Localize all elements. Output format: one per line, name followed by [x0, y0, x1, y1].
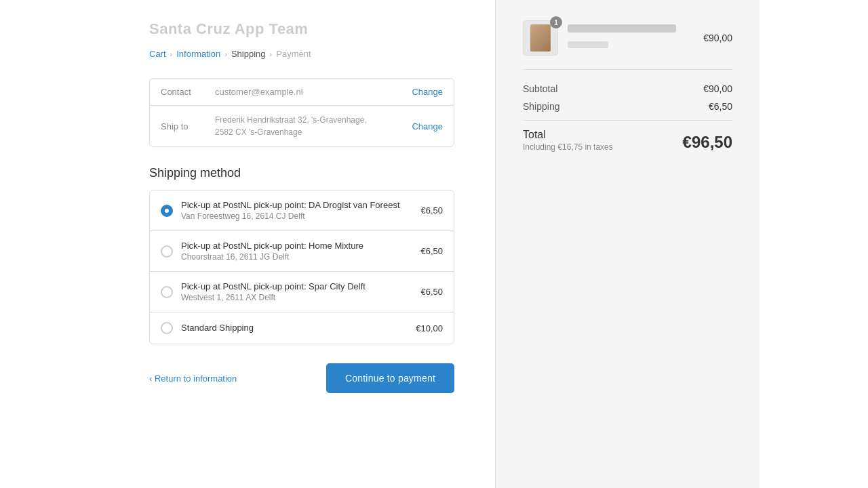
continue-to-payment-button[interactable]: Continue to payment — [326, 363, 454, 393]
shipto-label: Ship to — [161, 121, 215, 131]
shipto-value: Frederik Hendrikstraat 32, 's-Gravenhage… — [215, 114, 405, 138]
right-panel: 1 €90,00 Subtotal €90,00 Shipping €6,50 … — [495, 0, 760, 488]
shipping-option-2[interactable]: Pick-up at PostNL pick-up point: Home Mi… — [150, 231, 454, 272]
shipping-label: Shipping — [523, 101, 560, 112]
shipping-option-3[interactable]: Pick-up at PostNL pick-up point: Spar Ci… — [150, 272, 454, 312]
radio-4 — [161, 322, 173, 334]
product-row: 1 €90,00 — [523, 20, 732, 70]
product-price: €90,00 — [703, 33, 732, 43]
breadcrumb-sep-2: › — [224, 50, 227, 58]
shipto-row: Ship to Frederik Hendrikstraat 32, 's-Gr… — [150, 106, 454, 146]
radio-3 — [161, 286, 173, 298]
total-label-group: Total Including €16,75 in taxes — [523, 129, 613, 152]
return-to-information-link[interactable]: ‹ Return to information — [149, 373, 237, 384]
shipping-method-title: Shipping method — [149, 166, 454, 180]
shipping-row: Shipping €6,50 — [523, 101, 732, 112]
subtotal-row: Subtotal €90,00 — [523, 83, 732, 94]
option-1-name: Pick-up at PostNL pick-up point: DA Drog… — [181, 200, 412, 210]
shipping-options-list: Pick-up at PostNL pick-up point: DA Drog… — [149, 190, 454, 344]
breadcrumb-sep-1: › — [170, 50, 173, 58]
breadcrumb-information[interactable]: Information — [176, 49, 220, 59]
total-label: Total — [523, 129, 613, 141]
breadcrumb-cart[interactable]: Cart — [149, 49, 166, 59]
contact-label: Contact — [161, 87, 215, 97]
contact-value: customer@example.nl — [215, 87, 405, 97]
option-3-name: Pick-up at PostNL pick-up point: Spar Ci… — [181, 281, 412, 291]
shipping-value: €6,50 — [709, 101, 732, 112]
product-badge: 1 — [550, 16, 562, 28]
breadcrumb-sep-3: › — [270, 50, 273, 58]
total-value: €96,50 — [683, 133, 732, 152]
option-1-price: €6,50 — [420, 205, 443, 216]
store-title: Santa Cruz App Team — [149, 20, 454, 38]
shipto-change[interactable]: Change — [412, 121, 443, 131]
radio-1 — [161, 205, 173, 217]
option-1-details: Pick-up at PostNL pick-up point: DA Drog… — [181, 200, 412, 221]
subtotal-value: €90,00 — [703, 83, 732, 94]
option-2-name: Pick-up at PostNL pick-up point: Home Mi… — [181, 241, 412, 251]
option-2-address: Choorstraat 16, 2611 JG Delft — [181, 252, 412, 262]
breadcrumb-shipping: Shipping — [231, 49, 266, 59]
contact-ship-box: Contact customer@example.nl Change Ship … — [149, 78, 454, 147]
option-3-address: Westvest 1, 2611 AX Delft — [181, 293, 412, 302]
breadcrumb: Cart › Information › Shipping › Payment — [149, 49, 454, 59]
option-3-price: €6,50 — [420, 287, 443, 297]
option-4-name: Standard Shipping — [181, 323, 408, 333]
product-name — [568, 24, 703, 51]
radio-1-inner — [165, 209, 169, 213]
total-tax-note: Including €16,75 in taxes — [523, 142, 613, 152]
product-image-placeholder — [530, 24, 551, 52]
product-info — [568, 24, 703, 51]
option-2-price: €6,50 — [420, 246, 443, 256]
radio-2 — [161, 245, 173, 258]
option-4-price: €10,00 — [416, 323, 443, 333]
contact-change[interactable]: Change — [412, 87, 443, 97]
contact-row: Contact customer@example.nl Change — [150, 79, 454, 106]
left-panel: Santa Cruz App Team Cart › Information ›… — [0, 0, 495, 488]
total-row: Total Including €16,75 in taxes €96,50 — [523, 129, 732, 152]
summary-divider — [523, 120, 732, 121]
shipping-option-4[interactable]: Standard Shipping €10,00 — [150, 312, 454, 344]
breadcrumb-payment: Payment — [276, 49, 311, 59]
shipping-option-1[interactable]: Pick-up at PostNL pick-up point: DA Drog… — [150, 190, 454, 231]
subtotal-label: Subtotal — [523, 83, 557, 94]
bottom-actions: ‹ Return to information Continue to paym… — [149, 363, 454, 393]
option-3-details: Pick-up at PostNL pick-up point: Spar Ci… — [181, 281, 412, 302]
product-image-wrapper: 1 — [523, 20, 558, 56]
option-1-address: Van Foreestweg 16, 2614 CJ Delft — [181, 211, 412, 221]
option-4-details: Standard Shipping — [181, 323, 408, 334]
option-2-details: Pick-up at PostNL pick-up point: Home Mi… — [181, 241, 412, 262]
